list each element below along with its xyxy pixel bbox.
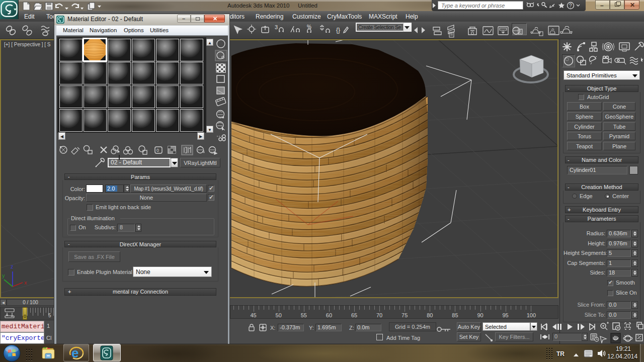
svg-text:y: y — [2, 273, 5, 279]
svg-text:?: ? — [569, 3, 572, 9]
svg-text:0: 0 — [156, 148, 159, 153]
svg-text:x: x — [24, 280, 27, 286]
svg-text:{}: {} — [336, 27, 340, 34]
svg-text:z: z — [11, 263, 14, 269]
svg-text:3: 3 — [275, 24, 278, 30]
